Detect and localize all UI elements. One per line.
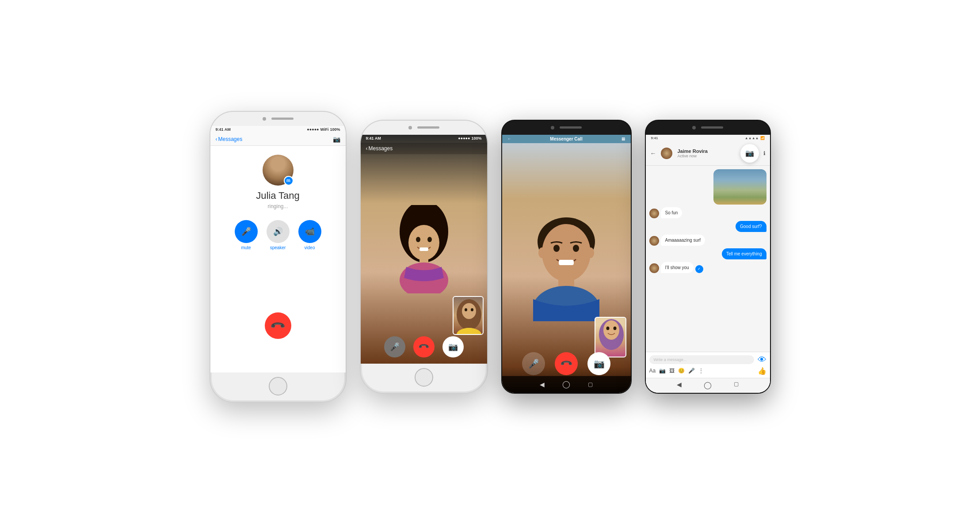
phone3-nav-back[interactable]: ◀ (540, 381, 545, 388)
msg-bubble-tellme: Tell me everything (722, 248, 766, 259)
phones-container: 9:41 AM ●●●●● WiFi 100% ‹ Messages 📷 (192, 93, 789, 420)
phone2-home-button[interactable] (415, 368, 433, 387)
phone1-home-button[interactable] (269, 377, 287, 395)
phone-2-ios-video: 9:41 AM ●●●●● 100% ‹ Messages (360, 120, 488, 394)
phone1-camera-dot (263, 117, 266, 121)
msg-row-beach-photo (649, 169, 766, 205)
phone3-video-screen: ← Messenger Call ▦ (502, 135, 631, 393)
phone2-self-preview (453, 296, 484, 335)
msg-avatar-sofun (649, 209, 659, 218)
phone4-nav-recents[interactable]: ▢ (734, 381, 739, 389)
phone4-nav-home[interactable]: ◯ (704, 381, 712, 389)
phone1-top (210, 112, 346, 126)
phone1-signal: ●●●●● (307, 127, 319, 132)
phone4-signal: ▲▲▲▲ (745, 136, 759, 140)
phone4-more-icon[interactable]: ⋮ (698, 368, 704, 374)
phone3-android-nav: ◀ ◯ ▢ (502, 376, 631, 393)
phone2-camera-dot (408, 126, 412, 129)
phone4-mic-icon[interactable]: 🎤 (688, 368, 695, 374)
phone2-self-face (454, 297, 484, 335)
phone1-speaker-btn[interactable]: 🔊 speaker (267, 220, 290, 250)
phone3-nav-home[interactable]: ◯ (562, 380, 570, 388)
phone1-video-btn[interactable]: 📹 video (298, 220, 321, 250)
phone4-video-icon: 📷 (745, 149, 754, 157)
phone4-contact-avatar (661, 148, 672, 159)
phone4-camera-dot (692, 126, 696, 129)
msg-text-tellme: Tell me everything (726, 251, 762, 256)
phone1-speaker-circle[interactable]: 🔊 (267, 220, 290, 243)
phone4-emoji-icon[interactable]: 😊 (678, 368, 685, 374)
phone4-gallery-icon[interactable]: 🖼 (669, 368, 675, 374)
phone1-wifi: WiFi (320, 127, 329, 132)
phone2-mute-btn[interactable]: 🎤 (384, 336, 405, 357)
phone1-speaker (271, 118, 294, 120)
phone3-nav-recents[interactable]: ▢ (588, 381, 593, 388)
phone4-like-btn[interactable]: 👍 (758, 367, 766, 375)
phone4-camera-icon[interactable]: 📷 (659, 368, 666, 374)
phone1-video-circle[interactable]: 📹 (298, 220, 321, 243)
phone1-mute-circle[interactable]: 🎤 (235, 220, 258, 243)
phone4-android-nav: ◀ ◯ ▢ (646, 378, 770, 393)
phone4-text-icon[interactable]: Aa (649, 368, 656, 374)
phone4-send-btn[interactable]: 👁 (758, 355, 766, 365)
phone4-input-placeholder: Write a message... (654, 357, 687, 362)
msg-avatar-amazingsurf (649, 236, 659, 246)
phone2-end-icon: 📞 (418, 341, 430, 353)
phone2-back-button[interactable]: ‹ Messages (366, 145, 393, 152)
msg-row-illshow: I'll show you ✓ (649, 262, 766, 273)
phone3-video-toggle[interactable]: ▦ (622, 137, 625, 141)
msg-avatar-illshow (649, 263, 659, 273)
phone3-camera-btn[interactable]: 📷 (587, 352, 610, 375)
phone3-self-preview (595, 317, 626, 357)
svg-rect-4 (419, 247, 428, 251)
phone2-back-label[interactable]: Messages (369, 145, 393, 152)
svg-point-10 (471, 308, 473, 311)
phone4-nav-back[interactable]: ← (650, 150, 656, 157)
phone2-status-bar: 9:41 AM ●●●●● 100% (361, 135, 487, 142)
phone1-call-screen: m Julia Tang ringing... 🎤 mute 🔊 (210, 146, 346, 372)
phone4-messages: So fun Good surf? Amaaaaazing surf (646, 166, 770, 352)
phone2-battery: 100% (471, 136, 481, 141)
phone4-video-call-btn[interactable]: 📷 (740, 144, 759, 163)
msg-bubble-goodsurf: Good surf? (736, 221, 766, 232)
phone4-input-row: Write a message... 👁 (649, 355, 766, 365)
phone2-mute-icon: 🎤 (390, 342, 400, 352)
phone4-info-btn[interactable]: ℹ (763, 150, 766, 156)
phone2-bottom (361, 364, 487, 393)
phone1-mute-btn[interactable]: 🎤 mute (235, 220, 258, 250)
svg-point-20 (538, 247, 545, 258)
phone4-camera-area (692, 126, 723, 129)
phone2-camera-area (408, 126, 439, 129)
phone4-chat-nav: ← Jaime Rovira Active now 📷 ℹ (646, 141, 770, 166)
phone2-end-btn[interactable]: 📞 (413, 336, 435, 357)
phone1-speaker-label: speaker (270, 245, 286, 250)
phone2-camera-btn[interactable]: 📷 (442, 336, 464, 357)
phone4-speaker (701, 126, 723, 129)
phone2-status-icons: ●●●●● 100% (458, 136, 481, 141)
phone1-back-label[interactable]: Messages (218, 136, 243, 142)
phone1-bottom (210, 372, 346, 402)
msg-bubble-amazingsurf: Amaaaaazing surf (661, 235, 705, 246)
phone3-end-icon: 📞 (559, 357, 573, 370)
phone3-back-btn[interactable]: ← (507, 137, 511, 141)
msg-row-sofun: So fun (649, 207, 766, 218)
phone1-messenger-badge: m (284, 176, 294, 186)
phone-3-android-video: ← Messenger Call ▦ (501, 120, 632, 394)
phone1-avatar-container: m (263, 155, 294, 186)
phone3-mute-btn[interactable]: 🎤 (522, 352, 545, 375)
phone3-self-face (595, 318, 626, 357)
svg-point-14 (542, 224, 591, 281)
phone1-mute-label: mute (241, 245, 251, 250)
phone4-message-input[interactable]: Write a message... (649, 355, 754, 364)
msg-text-illshow: I'll show you (665, 265, 689, 270)
phone1-camera-icon[interactable]: 📷 (333, 136, 340, 143)
phone4-status-icons: ▲▲▲▲ 📶 (745, 136, 765, 140)
phone4-nav-back[interactable]: ◀ (677, 381, 682, 389)
phone3-screen: ← Messenger Call ▦ (502, 135, 631, 393)
phone1-back-button[interactable]: ‹ Messages (216, 136, 243, 142)
phone3-end-btn[interactable]: 📞 (555, 352, 578, 375)
phone4-icon-row: Aa 📷 🖼 😊 🎤 ⋮ 👍 (649, 365, 766, 375)
phone3-camera-dot (551, 126, 554, 129)
phone1-end-call[interactable]: 📞 (265, 312, 291, 339)
phone4-time: 9:41 (651, 136, 658, 140)
